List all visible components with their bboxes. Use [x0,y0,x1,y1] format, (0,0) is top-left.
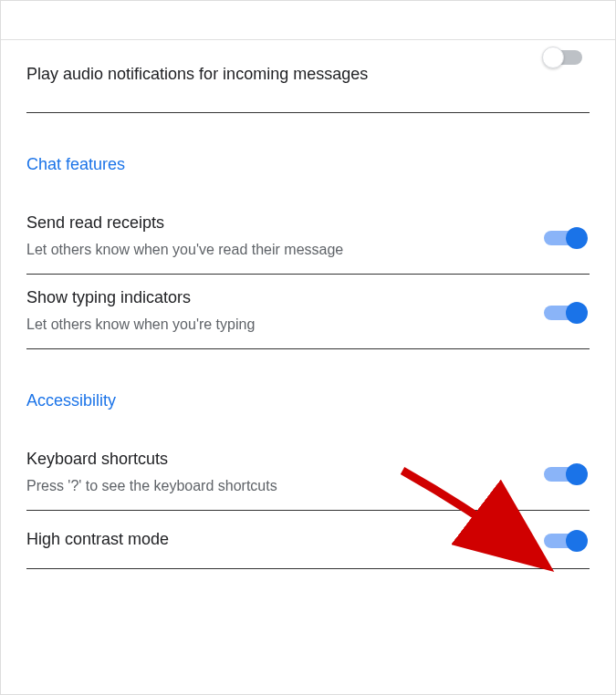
typing-indicators-subtitle: Let others know when you're typing [26,314,544,336]
read-receipts-subtitle: Let others know when you've read their m… [26,239,544,261]
audio-notifications-toggle[interactable] [544,46,590,67]
setting-read-receipts: Send read receipts Let others know when … [26,200,590,275]
setting-audio-notifications: Play audio notifications for incoming me… [26,40,590,113]
setting-high-contrast: High contrast mode [26,511,590,569]
setting-keyboard-shortcuts: Keyboard shortcuts Press '?' to see the … [26,436,590,511]
high-contrast-title: High contrast mode [26,527,544,552]
keyboard-shortcuts-title: Keyboard shortcuts [26,447,544,472]
typing-indicators-title: Show typing indicators [26,285,544,310]
read-receipts-toggle[interactable] [544,226,590,248]
high-contrast-toggle[interactable] [544,529,590,551]
read-receipts-title: Send read receipts [26,211,544,235]
typing-indicators-toggle[interactable] [544,301,590,323]
keyboard-shortcuts-subtitle: Press '?' to see the keyboard shortcuts [26,475,544,497]
section-chat-features: Chat features [26,113,590,200]
audio-notifications-title: Play audio notifications for incoming me… [26,62,544,87]
setting-typing-indicators: Show typing indicators Let others know w… [26,275,590,349]
section-accessibility: Accessibility [26,349,590,436]
keyboard-shortcuts-toggle[interactable] [544,462,590,484]
